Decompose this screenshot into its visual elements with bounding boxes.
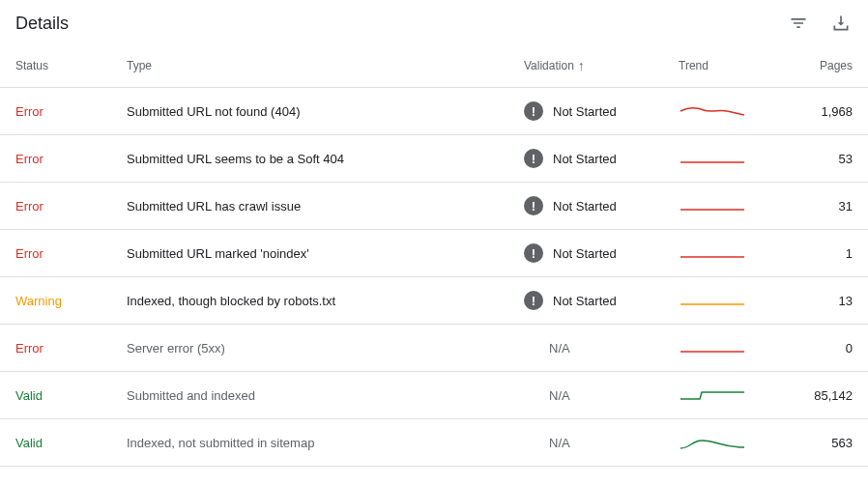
trend-sparkline	[679, 385, 785, 405]
trend-sparkline	[679, 338, 785, 357]
validation-label: Not Started	[553, 104, 617, 119]
exclamation-icon: !	[524, 196, 543, 215]
pages-cell: 1	[785, 246, 853, 261]
download-icon[interactable]	[829, 12, 853, 35]
status-cell: Error	[15, 199, 127, 214]
pages-cell: 31	[785, 199, 853, 214]
validation-label: Not Started	[553, 199, 617, 214]
table-row[interactable]: ErrorSubmitted URL has crawl issue!Not S…	[0, 183, 868, 230]
trend-sparkline	[679, 101, 785, 121]
table-row[interactable]: WarningIndexed, though blocked by robots…	[0, 277, 868, 325]
status-cell: Error	[15, 341, 127, 356]
validation-cell: !Not Started	[524, 196, 679, 215]
table-header: Status Type Validation ↑ Trend Pages	[0, 43, 868, 88]
type-cell: Submitted and indexed	[127, 388, 524, 403]
type-cell: Submitted URL marked 'noindex'	[127, 246, 524, 261]
status-cell: Error	[15, 246, 127, 261]
table-row[interactable]: ErrorSubmitted URL seems to be a Soft 40…	[0, 135, 868, 183]
validation-label: N/A	[524, 388, 570, 403]
pages-cell: 13	[785, 294, 853, 308]
validation-label: Not Started	[553, 152, 617, 166]
exclamation-icon: !	[524, 101, 543, 121]
validation-cell: !Not Started	[524, 291, 679, 310]
pages-cell: 53	[785, 152, 853, 166]
trend-sparkline	[679, 291, 785, 310]
exclamation-icon: !	[524, 149, 543, 168]
sort-asc-icon: ↑	[578, 58, 585, 73]
exclamation-icon: !	[524, 243, 543, 263]
validation-cell: !Not Started	[524, 101, 679, 121]
type-cell: Indexed, though blocked by robots.txt	[127, 294, 524, 308]
type-cell: Submitted URL has crawl issue	[127, 199, 524, 214]
table-row[interactable]: ValidSubmitted and indexedN/A85,142	[0, 372, 868, 419]
type-cell: Submitted URL seems to be a Soft 404	[127, 152, 524, 166]
filter-icon[interactable]	[787, 12, 810, 35]
col-header-validation[interactable]: Validation ↑	[524, 58, 679, 73]
status-cell: Valid	[15, 388, 127, 403]
pages-cell: 563	[785, 436, 853, 450]
table-row[interactable]: ErrorSubmitted URL not found (404)!Not S…	[0, 88, 868, 135]
table-row[interactable]: ErrorServer error (5xx)N/A0	[0, 325, 868, 372]
validation-cell: N/A	[524, 436, 679, 450]
trend-sparkline	[679, 243, 785, 263]
validation-label: N/A	[524, 341, 570, 356]
table-row[interactable]: ValidIndexed, not submitted in sitemapN/…	[0, 419, 868, 467]
pages-cell: 0	[785, 341, 853, 356]
page-title: Details	[15, 14, 787, 34]
validation-cell: N/A	[524, 388, 679, 403]
col-header-status[interactable]: Status	[15, 59, 127, 72]
table-body: ErrorSubmitted URL not found (404)!Not S…	[0, 88, 868, 467]
exclamation-icon: !	[524, 291, 543, 310]
validation-cell: !Not Started	[524, 243, 679, 263]
col-header-type[interactable]: Type	[127, 59, 524, 72]
pages-cell: 85,142	[785, 388, 853, 403]
trend-sparkline	[679, 196, 785, 215]
trend-sparkline	[679, 149, 785, 168]
status-cell: Error	[15, 104, 127, 119]
type-cell: Server error (5xx)	[127, 341, 524, 356]
details-header: Details	[0, 0, 868, 43]
status-cell: Valid	[15, 436, 127, 450]
validation-label: Not Started	[553, 294, 617, 308]
col-header-pages[interactable]: Pages	[785, 59, 853, 72]
validation-label: Not Started	[553, 246, 617, 261]
pages-cell: 1,968	[785, 104, 853, 119]
type-cell: Indexed, not submitted in sitemap	[127, 436, 524, 450]
header-actions	[787, 12, 853, 35]
table-row[interactable]: ErrorSubmitted URL marked 'noindex'!Not …	[0, 230, 868, 277]
type-cell: Submitted URL not found (404)	[127, 104, 524, 119]
validation-cell: !Not Started	[524, 149, 679, 168]
validation-cell: N/A	[524, 341, 679, 356]
status-cell: Warning	[15, 294, 127, 308]
validation-label: N/A	[524, 436, 570, 450]
col-header-validation-label: Validation	[524, 59, 574, 72]
status-cell: Error	[15, 152, 127, 166]
trend-sparkline	[679, 433, 785, 452]
col-header-trend[interactable]: Trend	[679, 59, 785, 72]
